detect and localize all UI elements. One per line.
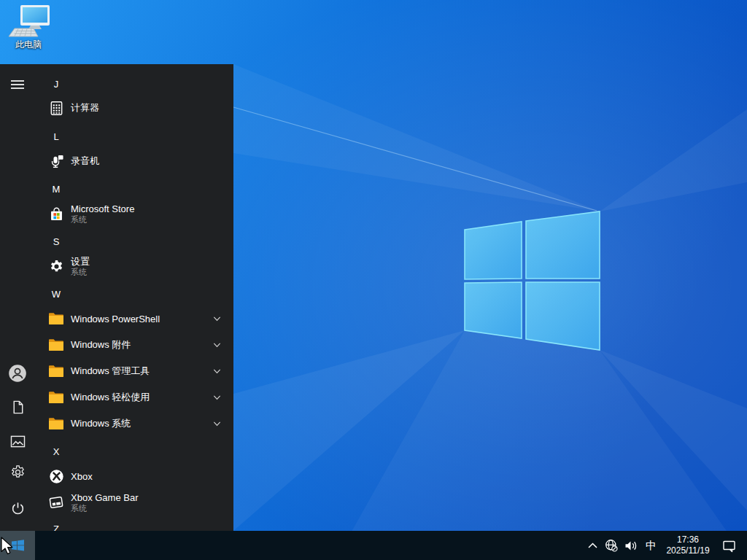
section-letter-X[interactable]: X bbox=[35, 440, 233, 463]
voice-recorder-icon bbox=[48, 153, 64, 169]
start-menu-item-microsoft-store[interactable]: Microsoft Store系统 bbox=[35, 198, 233, 230]
gear-filled-icon bbox=[48, 258, 64, 274]
action-center-icon bbox=[722, 539, 736, 553]
clock-date: 2025/11/19 bbox=[666, 545, 709, 556]
item-label: 录音机 bbox=[71, 155, 99, 168]
document-icon bbox=[10, 400, 26, 415]
taskbar[interactable]: 中 17:36 2025/11/19 bbox=[0, 531, 747, 560]
start-button[interactable] bbox=[0, 531, 35, 560]
desktop-icon-this-pc[interactable]: 此电脑 bbox=[4, 4, 53, 50]
start-menu-item-windows-ease-of-access[interactable]: Windows 轻松使用 bbox=[35, 384, 233, 411]
xbox-game-bar-icon bbox=[48, 494, 64, 510]
ime-label: 中 bbox=[646, 539, 657, 553]
taskbar-clock[interactable]: 17:36 2025/11/19 bbox=[661, 531, 715, 560]
chevron-down-icon[interactable] bbox=[212, 419, 222, 429]
start-menu-rail bbox=[0, 64, 35, 531]
start-menu-item-voice-recorder[interactable]: 录音机 bbox=[35, 148, 233, 174]
item-label: Microsoft Store bbox=[71, 203, 134, 215]
microsoft-store-icon bbox=[48, 206, 64, 222]
chevron-up-icon bbox=[588, 542, 597, 548]
settings-button[interactable] bbox=[0, 454, 35, 489]
power-button[interactable] bbox=[0, 491, 35, 526]
item-label: Windows 附件 bbox=[71, 338, 131, 351]
chevron-down-icon[interactable] bbox=[212, 393, 222, 402]
item-label: 设置 bbox=[71, 256, 90, 268]
speaker-icon bbox=[624, 540, 638, 552]
user-account-button[interactable] bbox=[0, 356, 35, 391]
start-menu: J计算器L录音机MMicrosoft Store系统S设置系统WWindows … bbox=[0, 64, 233, 531]
item-label: Windows PowerShell bbox=[71, 314, 160, 324]
start-menu-item-windows-system[interactable]: Windows 系统 bbox=[35, 411, 233, 437]
documents-button[interactable] bbox=[0, 389, 35, 424]
section-letter-label: M bbox=[48, 184, 64, 195]
hamburger-menu-icon bbox=[11, 80, 24, 89]
chevron-down-icon[interactable] bbox=[212, 341, 222, 350]
xbox-icon bbox=[48, 468, 64, 484]
this-pc-icon bbox=[6, 4, 51, 39]
chevron-down-icon[interactable] bbox=[212, 367, 222, 376]
folder-icon bbox=[48, 311, 64, 327]
pictures-icon bbox=[10, 435, 26, 448]
section-letter-Z[interactable]: Z bbox=[35, 517, 233, 531]
section-letter-label: J bbox=[48, 79, 64, 90]
item-label: Windows 轻松使用 bbox=[71, 391, 150, 404]
pictures-button[interactable] bbox=[0, 424, 35, 459]
action-center-button[interactable] bbox=[715, 531, 743, 560]
folder-icon bbox=[48, 416, 64, 432]
folder-icon bbox=[48, 337, 64, 353]
folder-icon bbox=[48, 389, 64, 405]
show-hidden-icons-button[interactable] bbox=[584, 531, 601, 560]
start-menu-app-list: J计算器L录音机MMicrosoft Store系统S设置系统WWindows … bbox=[35, 64, 233, 531]
start-menu-item-settings[interactable]: 设置系统 bbox=[35, 250, 233, 282]
gear-icon bbox=[10, 464, 26, 480]
section-letter-label: S bbox=[48, 236, 64, 247]
section-letter-label: X bbox=[48, 446, 64, 457]
start-menu-item-calculator[interactable]: 计算器 bbox=[35, 95, 233, 121]
item-sublabel: 系统 bbox=[71, 215, 134, 225]
item-label: Windows 管理工具 bbox=[71, 365, 150, 378]
volume-button[interactable] bbox=[621, 531, 641, 560]
windows-start-icon bbox=[12, 540, 24, 551]
section-letter-label: Z bbox=[48, 524, 64, 532]
item-label: Xbox Game Bar bbox=[71, 492, 139, 504]
item-sublabel: 系统 bbox=[71, 268, 90, 277]
this-pc-label: 此电脑 bbox=[4, 39, 53, 50]
start-menu-item-windows-accessories[interactable]: Windows 附件 bbox=[35, 332, 233, 358]
section-letter-label: L bbox=[48, 131, 64, 142]
section-letter-W[interactable]: W bbox=[35, 282, 233, 306]
globe-no-network-icon bbox=[605, 539, 618, 552]
calculator-icon bbox=[48, 100, 64, 116]
clock-time: 17:36 bbox=[677, 534, 699, 545]
item-sublabel: 系统 bbox=[71, 504, 139, 513]
start-menu-item-windows-admin-tools[interactable]: Windows 管理工具 bbox=[35, 358, 233, 384]
chevron-down-icon[interactable] bbox=[212, 314, 222, 324]
start-menu-item-xbox-game-bar[interactable]: Xbox Game Bar系统 bbox=[35, 486, 233, 518]
power-icon bbox=[10, 501, 26, 516]
folder-icon bbox=[48, 363, 64, 379]
section-letter-label: W bbox=[48, 289, 64, 300]
section-letter-L[interactable]: L bbox=[35, 125, 233, 148]
system-tray: 中 17:36 2025/11/19 bbox=[584, 531, 747, 560]
start-menu-item-windows-powershell[interactable]: Windows PowerShell bbox=[35, 306, 233, 332]
ime-indicator[interactable]: 中 bbox=[641, 531, 661, 560]
expand-menu-button[interactable] bbox=[0, 67, 35, 102]
item-label: Windows 系统 bbox=[71, 417, 131, 430]
item-label: 计算器 bbox=[71, 101, 99, 114]
section-letter-J[interactable]: J bbox=[35, 72, 233, 96]
item-label: Xbox bbox=[71, 471, 93, 482]
network-status-button[interactable] bbox=[601, 531, 621, 560]
start-menu-item-xbox[interactable]: Xbox bbox=[35, 463, 233, 489]
user-icon bbox=[8, 364, 27, 383]
